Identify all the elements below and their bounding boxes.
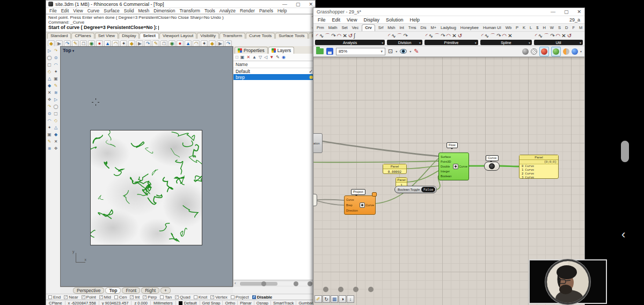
toolbar-tab[interactable]: Select [140, 33, 159, 39]
component-icon[interactable]: ∿ [485, 33, 489, 39]
ribbon-group-label[interactable]: Division [387, 40, 422, 45]
tool-icon[interactable]: ◇ [53, 117, 59, 124]
osnap-toggle[interactable]: Perp [143, 295, 157, 300]
sketch-pencil-icon[interactable]: ✎ [414, 48, 419, 54]
component-icon[interactable]: ⌒ [434, 33, 440, 39]
close-button[interactable]: ✕ [577, 9, 581, 14]
command-prompt[interactable]: Start of curve ( Degree=3 PersistentClos… [48, 25, 313, 31]
tool-icon[interactable]: ↷ [46, 103, 53, 110]
osnap-toggle[interactable]: Mid [99, 295, 111, 300]
tool-icon[interactable]: ✦ [53, 68, 59, 75]
osnap-toggle[interactable]: Vertex [210, 295, 228, 300]
menu-item[interactable]: View [73, 8, 83, 13]
component-icon[interactable]: ✕ [561, 33, 566, 39]
input-param[interactable]: Integer [441, 170, 453, 173]
status-toggle[interactable]: Osnap [254, 301, 271, 305]
checkbox[interactable] [130, 295, 134, 299]
menu-item[interactable]: Tools [204, 8, 215, 13]
input-param[interactable]: Point3D [441, 160, 453, 163]
component-icon[interactable]: ⌒ [397, 33, 402, 39]
menu-item[interactable]: Transform [179, 8, 200, 13]
minimize-button[interactable]: — [551, 9, 555, 14]
menu-item[interactable]: Curve [87, 8, 100, 13]
webcam-tile[interactable] [529, 259, 607, 304]
viewport-title[interactable]: Top▾ [63, 48, 74, 53]
component-icon[interactable]: ◠ [556, 33, 561, 39]
checkbox[interactable] [194, 295, 197, 299]
osnap-toggle[interactable]: Disable [252, 295, 272, 300]
close-button[interactable]: ✕ [309, 2, 313, 7]
tool-icon[interactable]: ▢ [53, 110, 59, 117]
category-tab[interactable]: Trns [407, 25, 418, 31]
component-icon[interactable]: ↷ [441, 33, 445, 39]
tool-icon[interactable]: ❖ [53, 145, 59, 152]
category-tab[interactable]: D [564, 25, 569, 31]
tool-icon[interactable]: ❖ [46, 96, 53, 103]
export-icon[interactable]: ↓ [347, 295, 354, 303]
category-tab[interactable]: Int [399, 25, 405, 31]
category-tab[interactable]: L [529, 25, 533, 31]
boolean-toggle-component[interactable]: Boolean Toggle False [394, 186, 437, 193]
toggle-value[interactable]: False [421, 187, 435, 192]
component-icon[interactable]: ◠ [447, 33, 451, 39]
ribbon-group-label[interactable]: Analysis [315, 40, 385, 45]
category-tab[interactable]: Dis [420, 25, 428, 31]
tool-icon[interactable]: ◠ [53, 61, 59, 68]
category-tab[interactable]: Vec [351, 25, 360, 31]
component-icon[interactable]: ↺ [348, 33, 353, 39]
osnap-toggle[interactable]: Near [64, 295, 78, 300]
ribbon-group-label[interactable]: Primitive [425, 40, 478, 45]
category-tab[interactable]: K [522, 25, 526, 31]
category-tab[interactable]: Human UI [482, 25, 502, 31]
layer-row[interactable]: brep [233, 74, 315, 80]
status-toggle[interactable]: Planar [238, 301, 254, 305]
component-icon[interactable]: ⌒ [325, 33, 330, 39]
move-down-icon[interactable]: ▽ [259, 55, 262, 60]
panel-tab[interactable]: Properties [235, 47, 268, 54]
category-tab[interactable]: Set [340, 25, 348, 31]
toolbar-tab[interactable]: CPlanes [71, 33, 94, 39]
component-icon[interactable]: ◜ [316, 33, 318, 39]
toolbar-tab[interactable]: Visibility [197, 33, 219, 39]
category-tab[interactable]: M+ [429, 25, 437, 31]
checkbox[interactable] [48, 295, 52, 299]
osnap-toggle[interactable]: Cen [114, 295, 127, 300]
tool-icon[interactable]: ⊙ [46, 110, 53, 117]
chevron-down-icon[interactable]: ▾ [409, 49, 411, 53]
menu-item[interactable]: Help [277, 8, 287, 13]
checkbox[interactable] [143, 295, 147, 299]
tool-icon[interactable]: ✎ [53, 82, 59, 89]
tool-icon[interactable]: ▷ [53, 96, 59, 103]
tool-icon[interactable]: ✦ [46, 124, 53, 131]
checkbox[interactable] [210, 295, 214, 299]
performance-icon[interactable] [553, 48, 559, 55]
tool-icon[interactable]: ◆ [46, 82, 53, 89]
move-up-icon[interactable]: ▲ [252, 55, 257, 60]
category-tab[interactable]: P [515, 25, 519, 31]
osnap-toggle[interactable]: Knot [194, 295, 207, 300]
collapse-icon[interactable]: ◁ [264, 55, 267, 60]
checkbox[interactable] [82, 295, 85, 299]
layer-row[interactable]: Default [233, 68, 315, 74]
panel-tab[interactable]: Layers [268, 47, 295, 54]
component-icon[interactable]: ∿ [538, 33, 543, 39]
partial-component[interactable]: ation [313, 133, 323, 153]
category-tab[interactable]: W [549, 25, 555, 31]
open-file-icon[interactable] [316, 48, 324, 54]
component-icon[interactable]: ◠ [337, 33, 342, 39]
component-icon[interactable]: ◠ [502, 33, 507, 39]
osnap-toggle[interactable]: Project [231, 295, 249, 300]
units-label[interactable]: Millimeters [151, 301, 176, 305]
component-icon[interactable]: ↷ [550, 33, 554, 39]
tool-icon[interactable]: ◯ [53, 103, 59, 110]
category-tab[interactable]: Srf [377, 25, 385, 31]
delete-layer-icon[interactable]: ✕ [246, 55, 250, 60]
input-param[interactable]: Direction [346, 209, 360, 212]
component-icon[interactable]: ∿ [429, 33, 433, 39]
component-icon[interactable]: ✕ [508, 33, 512, 39]
viewport-tab[interactable]: Front [122, 287, 140, 294]
menu-item[interactable]: File [318, 17, 326, 23]
top-viewport[interactable]: Top▾ y x [60, 46, 233, 287]
tool-icon[interactable]: ◇ [46, 68, 53, 75]
component-icon[interactable]: ◜ [535, 33, 537, 39]
